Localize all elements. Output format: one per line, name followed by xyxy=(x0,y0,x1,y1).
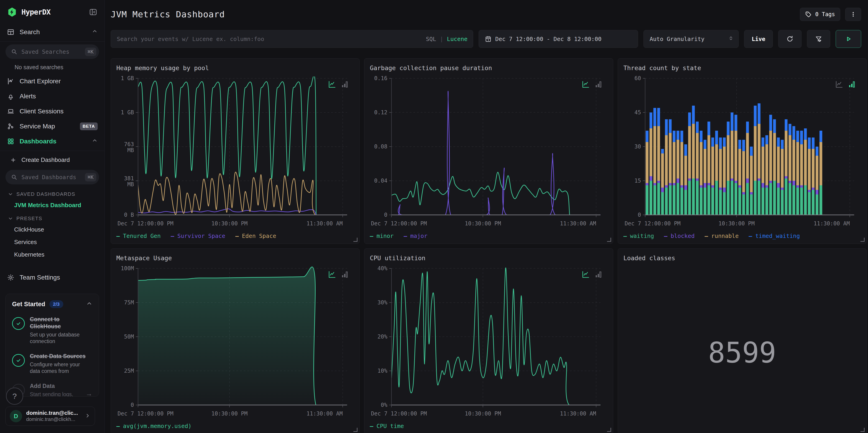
bar-chart-toggle-icon[interactable] xyxy=(848,80,856,89)
legend-item[interactable]: —blocked xyxy=(664,233,694,239)
legend-item[interactable]: —runnable xyxy=(705,233,739,239)
line-chart-toggle-icon[interactable] xyxy=(582,80,590,89)
hyperdx-logo-icon xyxy=(7,7,17,17)
divider xyxy=(0,151,104,151)
get-started-item-sources[interactable]: Create Data Sources Configure where your… xyxy=(12,353,92,375)
legend-item[interactable]: —avg(jvm.memory.used) xyxy=(116,423,191,429)
kebab-icon xyxy=(850,11,857,18)
svg-text:10:30:00 PM: 10:30:00 PM xyxy=(211,220,248,227)
sidebar-item-service-map[interactable]: Service Map BETA xyxy=(0,119,104,134)
resize-corner[interactable] xyxy=(861,428,865,432)
legend-item[interactable]: —timed_waiting xyxy=(749,233,800,239)
help-button[interactable]: ? xyxy=(6,388,23,405)
user-email: dominic.tran@clickh... xyxy=(26,416,78,422)
legend-item[interactable]: —CPU time xyxy=(370,423,404,429)
bar-chart-toggle-icon[interactable] xyxy=(341,80,349,89)
chart-canvas[interactable]: 604530150Dec 7 12:00:00 PM10:30:00 PM11:… xyxy=(623,74,861,229)
item-subtitle: Start sending logs, metrics, or traces xyxy=(30,391,81,397)
legend-item[interactable]: —Tenured Gen xyxy=(116,233,161,239)
live-button[interactable]: Live xyxy=(744,30,773,48)
chart-canvas[interactable]: 40%30%20%10%0%Dec 7 12:00:00 PM10:30:00 … xyxy=(370,264,607,419)
granularity-select[interactable]: Auto Granularity xyxy=(644,30,739,48)
chart-canvas[interactable]: 1 GB1 GB763MB381MB0 BDec 7 12:00:00 PM10… xyxy=(116,74,354,229)
legend-item[interactable]: —Survivor Space xyxy=(171,233,225,239)
filter-button[interactable] xyxy=(807,30,830,48)
sidebar-item-client-sessions[interactable]: Client Sessions xyxy=(0,104,104,119)
svg-text:40%: 40% xyxy=(377,265,388,272)
panel-title: Heap memory usage by pool xyxy=(116,64,354,71)
sidebar-item-services[interactable]: Services xyxy=(0,236,104,248)
presets-header[interactable]: PRESETS xyxy=(0,212,104,223)
thread-count-chart[interactable]: 604530150Dec 7 12:00:00 PM10:30:00 PM11:… xyxy=(623,74,861,229)
svg-text:30%: 30% xyxy=(377,299,388,306)
no-saved-searches-text: No saved searches xyxy=(0,62,104,74)
tags-button[interactable]: 0 Tags xyxy=(800,8,840,21)
line-chart-toggle-icon[interactable] xyxy=(835,80,843,89)
app-root: HyperDX Search ⌘K No saved search xyxy=(0,0,868,433)
get-started-item-connect[interactable]: Connect to ClickHouse Set up your databa… xyxy=(12,316,92,345)
chevron-up-icon[interactable] xyxy=(92,28,98,36)
sidebar-collapse-icon[interactable] xyxy=(89,7,98,17)
saved-searches-search[interactable]: ⌘K xyxy=(5,44,99,59)
sidebar-item-team-settings[interactable]: Team Settings xyxy=(0,270,104,285)
gc-pause-chart[interactable]: 0.160.120.080.040Dec 7 12:00:00 PM10:30:… xyxy=(370,74,607,229)
line-chart-toggle-icon[interactable] xyxy=(328,80,336,89)
svg-text:11:30:00 AM: 11:30:00 AM xyxy=(560,220,596,227)
legend-item[interactable]: —Eden Space xyxy=(235,233,276,239)
event-search-box[interactable]: SQL | Lucene xyxy=(111,30,473,48)
more-options-button[interactable] xyxy=(845,8,861,21)
user-menu[interactable]: D dominic.tran@clic... dominic.tran@clic… xyxy=(5,407,95,426)
bar-chart-toggle-icon[interactable] xyxy=(594,80,602,89)
resize-corner[interactable] xyxy=(607,238,611,242)
chart-canvas[interactable]: 0.160.120.080.040Dec 7 12:00:00 PM10:30:… xyxy=(370,74,607,229)
resize-corner[interactable] xyxy=(353,428,358,432)
refresh-button[interactable] xyxy=(778,30,802,48)
lucene-mode-toggle[interactable]: Lucene xyxy=(447,36,467,42)
cpu-utilization-chart[interactable]: 40%30%20%10%0%Dec 7 12:00:00 PM10:30:00 … xyxy=(370,264,607,419)
svg-text:1 GB: 1 GB xyxy=(121,109,134,116)
chart-legend: —CPU time xyxy=(370,423,607,429)
svg-text:763MB: 763MB xyxy=(124,141,134,153)
sql-mode-toggle[interactable]: SQL xyxy=(426,36,436,42)
bar-chart-toggle-icon[interactable] xyxy=(341,271,349,279)
create-dashboard-button[interactable]: Create Dashboard xyxy=(0,153,104,167)
saved-dashboards-input[interactable] xyxy=(21,174,81,181)
chart-canvas[interactable]: 100M75M50M25M0Dec 7 12:00:00 PM10:30:00 … xyxy=(116,264,354,419)
sidebar-item-dashboards[interactable]: Dashboards xyxy=(0,134,104,149)
sidebar-item-label: Dashboards xyxy=(20,138,57,145)
time-range-picker[interactable]: Dec 7 12:00:00 - Dec 8 12:00:00 xyxy=(478,30,638,48)
svg-text:0: 0 xyxy=(638,212,641,218)
saved-dashboards-header[interactable]: SAVED DASHBOARDS xyxy=(0,187,104,199)
sidebar-item-kubernetes[interactable]: Kubernetes xyxy=(0,248,104,261)
sidebar-item-jvm-metrics-dashboard[interactable]: JVM Metrics Dashboard xyxy=(0,199,104,212)
saved-dashboards-search[interactable]: ⌘K xyxy=(5,170,99,184)
legend-item[interactable]: —minor xyxy=(370,233,394,239)
resize-corner[interactable] xyxy=(353,238,358,242)
chevron-up-icon[interactable] xyxy=(92,138,98,145)
heap-memory-chart[interactable]: 1 GB1 GB763MB381MB0 BDec 7 12:00:00 PM10… xyxy=(116,74,354,229)
legend-item[interactable]: —major xyxy=(404,233,427,239)
bar-chart-toggle-icon[interactable] xyxy=(594,271,602,279)
legend-item[interactable]: —waiting xyxy=(623,233,654,239)
item-subtitle: Set up your database connection xyxy=(30,332,87,345)
get-started-item-add-data[interactable]: Add Data Start sending logs, metrics, or… xyxy=(12,382,92,397)
event-search-input[interactable] xyxy=(116,35,426,42)
resize-corner[interactable] xyxy=(607,428,611,432)
panel-metaspace: Metaspace Usage 100M75M50M25M0Dec 7 12:0… xyxy=(111,248,360,433)
sidebar-item-chart-explorer[interactable]: Chart Explorer xyxy=(0,74,104,89)
arrow-right-icon: → xyxy=(86,390,92,397)
chevron-up-icon[interactable] xyxy=(86,301,92,308)
sidebar-item-search[interactable]: Search xyxy=(0,25,104,40)
svg-text:Dec 7 12:00:00 PM: Dec 7 12:00:00 PM xyxy=(118,410,174,417)
saved-searches-input[interactable] xyxy=(21,48,81,55)
sidebar-item-alerts[interactable]: Alerts xyxy=(0,89,104,104)
line-chart-toggle-icon[interactable] xyxy=(582,271,590,279)
resize-corner[interactable] xyxy=(861,238,865,242)
sidebar-item-label: Service Map xyxy=(20,123,55,130)
line-chart-toggle-icon[interactable] xyxy=(328,271,336,279)
svg-text:Dec 7 12:00:00 PM: Dec 7 12:00:00 PM xyxy=(371,220,427,227)
item-title: Connect to ClickHouse xyxy=(30,316,87,330)
metaspace-chart[interactable]: 100M75M50M25M0Dec 7 12:00:00 PM10:30:00 … xyxy=(116,264,354,419)
run-query-button[interactable] xyxy=(836,30,861,48)
sidebar-item-clickhouse[interactable]: ClickHouse xyxy=(0,223,104,236)
